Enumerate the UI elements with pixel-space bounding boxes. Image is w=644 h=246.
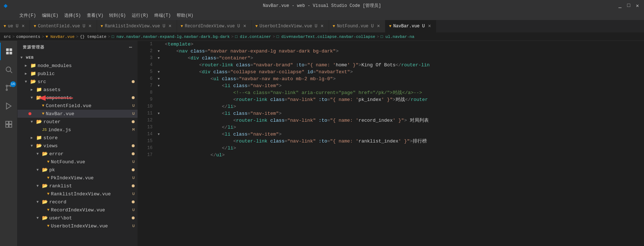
tree-navbar[interactable]: ▶ ▼ NavBar.vue U: [18, 110, 138, 118]
minimize-button[interactable]: ⎯: [617, 3, 623, 8]
fold-7[interactable]: ▼: [156, 82, 161, 89]
tree-pk[interactable]: ▼ 📂 pk: [18, 166, 138, 174]
contentfield-modified: U: [132, 104, 135, 108]
expand-arrow-pk: ▼: [36, 168, 41, 172]
menu-terminal[interactable]: 终端(T): [151, 12, 174, 19]
tab-ranklist[interactable]: ▼ RanklistIndexView.vue U ×: [97, 20, 177, 32]
tab-close-ue[interactable]: ×: [20, 23, 26, 29]
tree-label-error: error: [49, 151, 63, 157]
menu-file[interactable]: 文件(F): [16, 12, 39, 19]
breadcrumb-components[interactable]: components: [16, 35, 40, 39]
tree-userbot[interactable]: ▼ 📂 user\bot: [18, 214, 138, 222]
fold-arrows: ▼ ▼ ▼ ▼ ▼ ▼ ▼: [156, 41, 161, 159]
ln-2: 2: [140, 48, 153, 55]
tree-recordindex[interactable]: ▶ ▼ RecordIndexView.vue U: [18, 206, 138, 214]
menu-run[interactable]: 运行(R): [129, 12, 151, 19]
src-modified-dot: [132, 80, 135, 83]
tab-contentfield[interactable]: ▼ ContentField.vue U ×: [30, 20, 97, 32]
tree-store[interactable]: ▶ 📁 store: [18, 134, 138, 142]
tree-router[interactable]: ▼ 📂 router: [18, 118, 138, 126]
tab-ue[interactable]: ▼ ue U ×: [0, 20, 30, 32]
tab-close-navbar[interactable]: ×: [427, 23, 432, 29]
activity-search[interactable]: [0, 61, 18, 78]
tab-close-userbot[interactable]: ×: [319, 23, 325, 29]
code-line-1: <template>: [165, 41, 644, 48]
activity-extensions[interactable]: [0, 116, 18, 133]
fold-14[interactable]: ▼: [156, 131, 161, 138]
code-line-13: </li>: [165, 124, 644, 131]
tree-error[interactable]: ▼ 📂 error: [18, 150, 138, 158]
breadcrumb-src[interactable]: src: [4, 35, 11, 39]
tab-label-ranklist: RanklistIndexView.vue U: [105, 24, 165, 29]
router-dot: [132, 120, 135, 123]
activity-git[interactable]: 16: [0, 79, 18, 97]
code-area[interactable]: <template> <nav class="navbar navbar-exp…: [161, 41, 644, 159]
breadcrumb-navbar-vue[interactable]: ▼ NavBar.vue: [46, 35, 74, 39]
fold-9: [156, 96, 161, 103]
svg-point-8: [6, 85, 7, 87]
tab-navbar[interactable]: ▼ NavBar.vue U ×: [385, 20, 436, 32]
ln-4: 4: [140, 62, 153, 69]
menu-edit[interactable]: 编辑(E): [39, 12, 62, 19]
tree-views[interactable]: ▼ 📂 views: [18, 142, 138, 150]
tab-userbot[interactable]: ▼ UserbotIndexView.vue U ×: [252, 20, 329, 32]
fold-11[interactable]: ▼: [156, 110, 161, 117]
tab-close-contentfield[interactable]: ×: [87, 23, 93, 29]
tab-record[interactable]: ▼ RecordIndexView.vue U ×: [177, 20, 252, 32]
tree-label-store: store: [43, 135, 58, 141]
folder-icon-views: 📂: [36, 143, 42, 149]
breadcrumb-template[interactable]: {} template: [80, 35, 107, 39]
tree-src[interactable]: ▼ 📂 src: [18, 78, 138, 86]
menu-goto[interactable]: 转到(G): [106, 12, 129, 19]
sidebar-more-icon[interactable]: ⋯: [129, 44, 132, 50]
tree-contentfield[interactable]: ▶ ▼ ContentField.vue U: [18, 102, 138, 110]
file-icon-ranklistindex: ▼: [47, 192, 50, 196]
close-button[interactable]: ✕: [635, 3, 640, 8]
fold-2[interactable]: ▼: [156, 48, 161, 55]
tree-ranklistindex[interactable]: ▶ ▼ RanklistIndexView.vue U: [18, 190, 138, 198]
tree-indexjs[interactable]: ▶ JS index.js M: [18, 126, 138, 134]
breadcrumb-nav[interactable]: □ nav.navbar.navbar-expand-lg.navbar-dar…: [112, 35, 230, 39]
maximize-button[interactable]: □: [626, 3, 632, 8]
menu-select[interactable]: 选择(S): [61, 12, 84, 19]
tree-assets[interactable]: ▶ 📁 assets: [18, 86, 138, 94]
activity-debug[interactable]: [0, 97, 18, 115]
breadcrumb-div-navbar[interactable]: □ div#navbarText.collapse.navbar-collaps…: [277, 35, 375, 39]
tree-components[interactable]: ▼ 📂 components: [18, 94, 138, 102]
breadcrumb-div-container[interactable]: □ div.container: [235, 35, 271, 39]
tree-userbotindex[interactable]: ▶ ▼ UserbotIndexView.vue U: [18, 222, 138, 230]
menu-view[interactable]: 查看(V): [84, 12, 107, 19]
tab-icon-contentfield: ▼: [34, 24, 36, 28]
fold-6[interactable]: ▼: [156, 75, 161, 82]
tree-node-modules[interactable]: ▶ 📁 node_modules: [18, 62, 138, 70]
tree-root-web[interactable]: ▼ WEB: [18, 54, 138, 62]
tab-close-ranklist[interactable]: ×: [167, 23, 173, 29]
code-line-16: </li>: [165, 145, 644, 152]
line-numbers: 1 2 3 4 5 6 7 8 9 10 11 12 13 14 15 16 1: [138, 41, 156, 159]
fold-3[interactable]: ▼: [156, 55, 161, 62]
code-line-6: <ul class="navbar-nav me-auto mb-2 mb-lg…: [165, 75, 644, 82]
tab-close-record[interactable]: ×: [242, 23, 248, 29]
fold-15: [156, 138, 161, 145]
tree-notfound[interactable]: ▶ ▼ NotFound.vue U: [18, 158, 138, 166]
activity-explorer[interactable]: [0, 43, 18, 60]
tab-label-userbot: UserbotIndexView.vue U: [259, 24, 317, 29]
tree-pkindex[interactable]: ▶ ▼ PkIndexView.vue U: [18, 174, 138, 182]
tree-public[interactable]: ▶ 📁 public: [18, 70, 138, 78]
tab-notfound[interactable]: ▼ NotFound.vue U ×: [329, 20, 385, 32]
code-line-5: <div class="collapse navbar-collapse" id…: [165, 69, 644, 75]
menu-help[interactable]: 帮助(H): [174, 12, 196, 19]
tree-label-pkindex: PkIndexView.vue: [51, 175, 94, 181]
editor-content[interactable]: 1 2 3 4 5 6 7 8 9 10 11 12 13 14 15 16 1: [138, 41, 644, 159]
tab-label-navbar: NavBar.vue U: [393, 24, 425, 29]
title-bar: ◆ NavBar.vue - web - Visual Studio Code …: [0, 0, 644, 11]
breadcrumb-ul[interactable]: □ ul.navbar-na: [381, 35, 414, 39]
tree-label-public: public: [38, 71, 55, 77]
expand-arrow-error: ▼: [36, 152, 41, 156]
fold-5[interactable]: ▼: [156, 69, 161, 75]
svg-rect-2: [6, 52, 8, 54]
tree-ranklist[interactable]: ▼ 📂 ranklist: [18, 182, 138, 190]
tab-close-notfound[interactable]: ×: [375, 23, 381, 29]
tree-record[interactable]: ▼ 📂 record: [18, 198, 138, 206]
code-line-12: <router-link class="nav-link" :to="{ nam…: [165, 117, 644, 124]
